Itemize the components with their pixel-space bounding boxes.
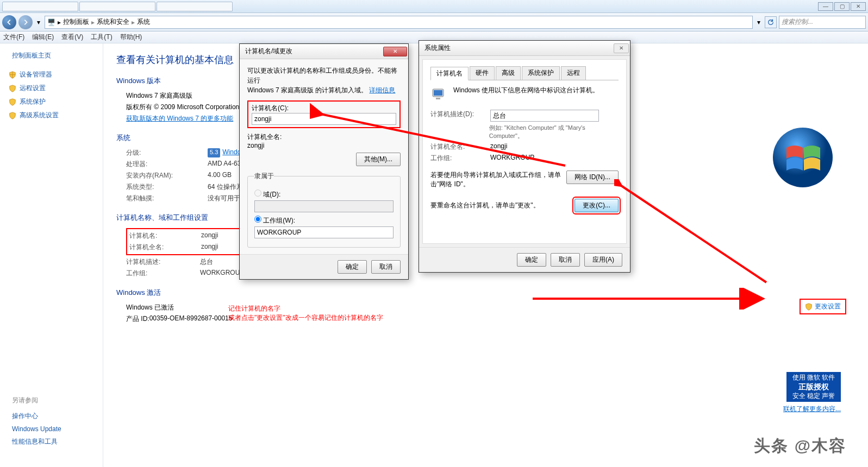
forward-button[interactable] [18,15,33,29]
desc-label: 计算机描述(D): [430,110,490,122]
menu-edit[interactable]: 编辑(E) [32,33,54,42]
desc-label: 计算机描述: [126,257,200,267]
full-name-value: zongji [490,142,507,152]
tab-protection[interactable]: 系统保护 [522,66,560,80]
full-name-value: zongji [201,243,218,252]
ok-button[interactable]: 确定 [338,260,367,274]
sidebar-item-label: 系统保护 [20,97,46,106]
nav-bar: ▾ 🖥️ ▸ 控制面板 ▸ 系统和安全 ▸ 系统 ▾ 搜索控制... [0,13,868,31]
sidebar: 控制面板主页 设备管理器 远程设置 系统保护 高级系统设置 另请参阅 操作中心 … [0,43,103,467]
tab-hardware[interactable]: 硬件 [470,66,495,80]
close-button[interactable]: ✕ [383,47,407,56]
control-panel-home[interactable]: 控制面板主页 [4,51,98,60]
more-features-link[interactable]: 获取新版本的 Windows 7 的更多功能 [126,114,233,123]
online-details-link[interactable]: 联机了解更多内容... [783,405,841,414]
menu-tools[interactable]: 工具(T) [91,33,112,42]
desc-input[interactable] [490,110,599,122]
cpu-label: 处理器: [126,160,208,169]
workgroup-value: WORKGROUP [490,154,534,163]
chevron-right-icon: ▸ [91,18,95,26]
browser-tab[interactable] [2,2,78,11]
close-button[interactable]: ✕ [851,2,866,11]
change-button[interactable]: 更改(C)... [574,199,619,212]
sidebar-item-remote[interactable]: 远程设置 [4,81,98,95]
dialog-title: 计算机名/域更改 [245,47,292,56]
workgroup-value: WORKGROUP [200,269,244,278]
browser-tab[interactable] [157,2,233,11]
sidebar-item-windows-update[interactable]: Windows Update [4,423,98,435]
apply-button[interactable]: 应用(A) [584,253,622,267]
sidebar-item-protection[interactable]: 系统保护 [4,95,98,109]
rating-label: 分级: [126,148,208,157]
sidebar-item-action-center[interactable]: 操作中心 [4,409,98,423]
dialog-title: 系统属性 [424,43,451,53]
sidebar-item-label: 高级系统设置 [20,111,59,120]
breadcrumb-item[interactable]: 系统和安全 [97,17,129,27]
maximize-button[interactable]: ▢ [834,2,850,11]
cancel-button[interactable]: 取消 [371,260,401,274]
intro-text: Windows 使用以下信息在网络中标识这台计算机。 [453,86,599,103]
browser-tabs [2,2,233,11]
other-button[interactable]: 其他(M)... [356,153,401,166]
tab-remote[interactable]: 远程 [561,66,586,80]
browser-tab[interactable] [79,2,155,11]
workgroup-radio[interactable]: 工作组(W): [254,217,295,224]
menu-file[interactable]: 文件(F) [3,33,24,42]
titlebar: — ▢ ✕ [0,0,868,13]
rating-link[interactable]: Windo [222,148,241,157]
computer-name-label: 计算机名: [129,231,201,241]
network-id-button[interactable]: 网络 ID(N)... [566,171,619,184]
menu-view[interactable]: 查看(V) [61,33,83,42]
computer-icon [430,86,448,103]
see-also-label: 另请参阅 [4,394,98,409]
svg-rect-5 [436,98,440,99]
rename-dialog: 计算机名/域更改 ✕ 可以更改该计算机的名称和工作组成员身份。不能将运行 Win… [239,43,409,280]
search-input[interactable]: 搜索控制... [779,16,866,29]
breadcrumb-item[interactable]: 系统 [137,17,150,27]
product-id-value: 00359-OEM-8992687-00015 [149,314,233,324]
cancel-button[interactable]: 取消 [551,253,580,267]
sidebar-item-performance[interactable]: 性能信息和工具 [4,435,98,449]
workgroup-label: 工作组: [126,269,200,278]
shield-icon [9,85,16,92]
domain-radio[interactable]: 域(D): [254,191,280,198]
desc-example: 例如: "Kitchen Computer" 或 "Mary's Compute… [489,124,619,140]
ram-value: 4.00 GB [208,171,232,180]
path-dropdown[interactable]: ▾ [755,16,763,29]
shield-icon [9,71,16,79]
sidebar-item-device-manager[interactable]: 设备管理器 [4,68,98,81]
svg-rect-4 [434,90,442,96]
chevron-right-icon: ▸ [58,18,61,26]
computer-name-label: 计算机名(C): [252,104,396,113]
intro-line1: 可以更改该计算机的名称和工作组成员身份。不能将运行 [247,67,397,84]
back-button[interactable] [2,15,16,29]
computer-name-input[interactable] [252,113,396,125]
minimize-button[interactable]: — [818,2,833,11]
sidebar-item-advanced[interactable]: 高级系统设置 [4,109,98,122]
tab-computer-name[interactable]: 计算机名 [430,67,469,80]
ok-button[interactable]: 确定 [517,253,546,267]
breadcrumb-item[interactable]: 控制面板 [63,17,89,27]
genuine-badge: 使用 微软 软件 正版授权 安全 稳定 声誉 [786,372,841,402]
member-of-group: 隶属于 域(D): 工作组(W): [247,172,401,248]
change-settings-label: 更改设置 [815,302,841,311]
windows-edition: Windows 7 家庭高级版 [126,91,192,100]
workgroup-input[interactable] [254,226,394,238]
close-button[interactable]: ✕ [614,43,629,53]
shield-icon [9,98,16,106]
history-dropdown[interactable]: ▾ [35,16,42,29]
sidebar-item-label: 远程设置 [20,84,46,93]
watermark: 头条 @木容 [754,435,846,457]
menu-help[interactable]: 帮助(H) [120,33,142,42]
ram-label: 安装内存(RAM): [126,171,208,180]
section-activation: Windows 激活 [116,288,855,298]
change-settings-link[interactable]: 更改设置 [800,299,846,314]
detail-link[interactable]: 详细信息 [369,86,395,94]
tab-advanced[interactable]: 高级 [496,66,521,80]
annotation-text: 记住计算机的名字 或者点击"更改设置"改成一个容易记住的计算机的名字 [228,304,383,323]
refresh-button[interactable] [765,16,777,28]
rename-text: 要重命名这台计算机，请单击"更改"。 [430,201,569,210]
windows-logo-icon [770,125,835,190]
shield-icon [9,112,16,119]
breadcrumb[interactable]: 🖥️ ▸ 控制面板 ▸ 系统和安全 ▸ 系统 [45,16,753,29]
